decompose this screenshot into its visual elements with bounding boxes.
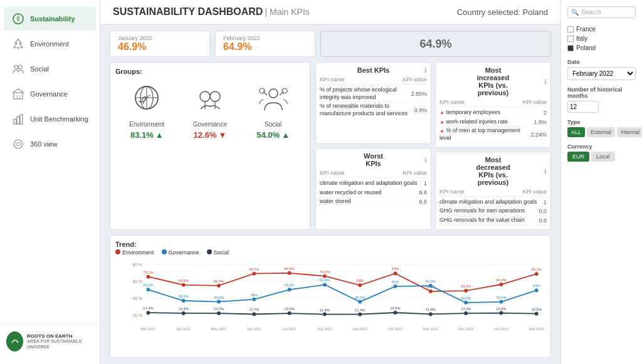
best-kpis-col-headers: KPI name KPI value <box>320 76 427 85</box>
main-content: SUSTAINABILITY DASHBOARD | Main KPIs Cou… <box>100 0 560 364</box>
best-kpi-row-1: % of renewable materials to manufacture … <box>320 102 427 118</box>
date-select[interactable]: February 2022 <box>567 67 636 80</box>
svg-text:63.6%: 63.6% <box>179 278 189 282</box>
svg-point-24 <box>282 88 287 93</box>
svg-text:Nov
2021: Nov 2021 <box>423 327 438 331</box>
months-input[interactable] <box>567 101 599 113</box>
svg-point-69 <box>358 299 362 303</box>
kpi-main-bar: 64.9% <box>320 31 551 57</box>
svg-text:13.4%: 13.4% <box>179 307 189 311</box>
social-icon <box>255 84 292 118</box>
country-label-italy: Italy <box>576 35 587 42</box>
search-box[interactable]: 🔍 Search <box>567 6 636 18</box>
sidebar-item-environment[interactable]: Environment <box>4 32 96 56</box>
kpi-tables-area: Best KPIs ℹ KPI name KPI value % of proj… <box>315 62 551 230</box>
most-increased-box: Most increased KPIs (vs. previous) ℹ KPI… <box>435 62 551 148</box>
sidebar-item-social[interactable]: Social <box>4 57 96 81</box>
worst-kpis-col-headers: KPI name KPI value <box>320 170 427 178</box>
country-item-poland[interactable]: Poland <box>567 43 636 53</box>
currency-eur-button[interactable]: EUR <box>567 152 589 162</box>
group-environment: Environment 83.1% ▲ <box>128 84 166 140</box>
worst-kpis-info-icon[interactable]: ℹ <box>424 157 427 164</box>
kpi-jan-label: January 2022 <box>118 35 152 41</box>
svg-text:64.4%: 64.4% <box>496 278 506 282</box>
most-increased-title: Most increased KPIs (vs. previous) <box>475 66 511 96</box>
country-label-france: France <box>576 26 596 33</box>
svg-text:53.2%: 53.2% <box>461 284 471 288</box>
svg-point-79 <box>535 288 539 292</box>
most-inc-row-1: ▲ work-related injuries rate 1.9% <box>439 118 547 127</box>
svg-text:63%: 63% <box>356 279 363 283</box>
most-increased-header: Most increased KPIs (vs. previous) ℹ <box>439 66 547 96</box>
svg-text:83.7%: 83.7% <box>249 267 259 271</box>
svg-point-45 <box>358 283 362 287</box>
worst-kpis-title: Worst KPIs <box>355 152 391 167</box>
sidebar-label-unit-benchmarking: Unit Benchmarking <box>30 115 88 123</box>
most-dec-row-2: GHG removals for the value chain 0.0 <box>439 216 547 226</box>
environment-icon <box>128 84 166 118</box>
soc-arrow-up: ▲ <box>282 130 290 140</box>
type-section: Type ALL External Internal <box>567 119 636 137</box>
sidebar-item-governance[interactable]: Governance <box>4 82 96 106</box>
logo-circle <box>6 331 23 351</box>
svg-point-37 <box>217 284 221 288</box>
type-internal-button[interactable]: Internal <box>617 127 642 137</box>
svg-text:12.6%: 12.6% <box>532 307 542 311</box>
country-list: France Italy Poland <box>567 24 636 53</box>
svg-rect-9 <box>20 115 23 124</box>
best-kpis-info-icon[interactable]: ℹ <box>424 67 427 74</box>
svg-text:35.6%: 35.6% <box>179 294 189 298</box>
legend-social: Social <box>207 249 229 256</box>
most-inc-row-0: ▲ temporary employees 2 <box>439 108 547 118</box>
country-checkbox-italy[interactable] <box>567 36 574 42</box>
svg-point-43 <box>323 274 327 278</box>
sidebar-item-sustainability[interactable]: Sustainability <box>4 7 96 31</box>
svg-text:83.1%: 83.1% <box>532 268 542 271</box>
type-external-button[interactable]: External <box>587 127 615 137</box>
months-section: Number of historical months <box>567 86 636 113</box>
svg-text:Apr
2021: Apr 2021 <box>176 327 191 331</box>
svg-text:61%: 61% <box>392 280 399 284</box>
sidebar: Sustainability Environment Social Govern… <box>0 0 100 364</box>
type-all-button[interactable]: ALL <box>567 127 585 137</box>
country-checkbox-france[interactable] <box>567 26 574 33</box>
svg-point-89 <box>288 311 292 315</box>
sidebar-item-unit-benchmarking[interactable]: Unit Benchmarking <box>4 107 96 131</box>
svg-text:Sep
2021: Sep 2021 <box>352 327 367 331</box>
svg-point-81 <box>147 311 150 315</box>
svg-text:13.2%: 13.2% <box>214 307 224 311</box>
svg-text:11.8%: 11.8% <box>426 308 436 311</box>
sidebar-item-360-view[interactable]: 360 view <box>4 132 96 156</box>
svg-text:80 %: 80 % <box>133 263 142 267</box>
svg-text:55.2%: 55.2% <box>143 283 153 287</box>
svg-text:Jun
2021: Jun 2021 <box>247 327 262 331</box>
svg-text:63.9%: 63.9% <box>320 278 330 282</box>
country-item-france[interactable]: France <box>567 24 636 34</box>
currency-local-button[interactable]: Local <box>591 152 615 162</box>
country-checkbox-poland[interactable] <box>567 45 574 51</box>
most-decreased-info-icon[interactable]: ℹ <box>544 168 547 175</box>
kpi-main-value: 64.9% <box>419 38 451 51</box>
worst-kpi-row-0: climate mitigation and adaptation goals … <box>320 179 427 189</box>
svg-text:32.2%: 32.2% <box>461 296 471 300</box>
svg-point-65 <box>288 288 292 291</box>
country-label-poland: Poland <box>576 44 596 51</box>
country-item-italy[interactable]: Italy <box>567 34 636 43</box>
svg-point-83 <box>182 311 186 315</box>
legend-governance: Governance <box>162 249 199 256</box>
svg-rect-7 <box>14 119 16 124</box>
svg-text:Aug
2021: Aug 2021 <box>317 327 332 331</box>
most-increased-info-icon[interactable]: ℹ <box>544 78 547 85</box>
best-kpis-title: Best KPIs <box>355 66 391 74</box>
group-env-name: Environment <box>129 121 164 128</box>
gov-arrow-down: ▼ <box>218 130 226 140</box>
svg-point-16 <box>200 91 210 101</box>
content-area: January 2022 46.9% February 2022 64.9% 6… <box>100 24 560 364</box>
env-arrow-up: ▲ <box>155 130 164 140</box>
kpi-bar-feb: February 2022 64.9% <box>215 31 315 57</box>
kpi-right-col: Most increased KPIs (vs. previous) ℹ KPI… <box>435 62 551 230</box>
middle-section: Groups: Environment <box>110 62 551 230</box>
svg-rect-5 <box>16 95 18 99</box>
groups-icons: Environment 83.1% ▲ <box>115 79 305 145</box>
currency-section: Currency EUR Local <box>567 143 636 162</box>
